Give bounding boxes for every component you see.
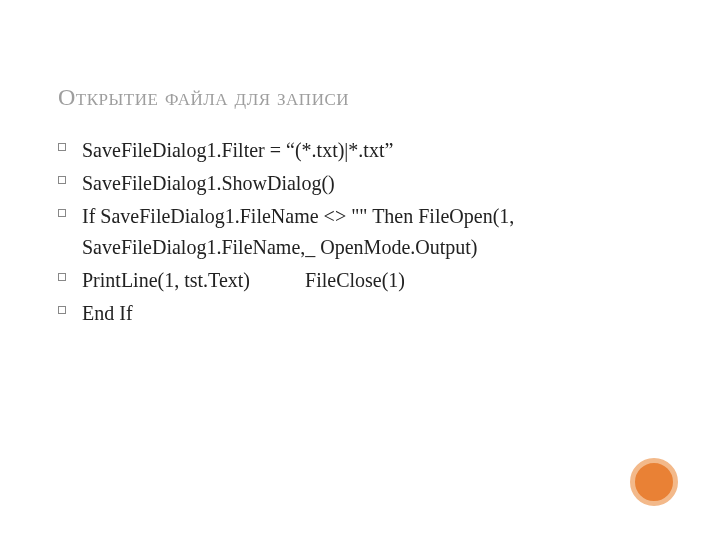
list-item: SaveFileDialog1.Filter = “(*.txt)|*.txt” (58, 135, 662, 166)
bullet-icon (58, 176, 66, 184)
list-item: End If (58, 298, 662, 329)
bullet-icon (58, 273, 66, 281)
list-item-text: If SaveFileDialog1.FileName <> "" Then F… (82, 205, 514, 258)
slide: Открытие файла для записи SaveFileDialog… (0, 0, 720, 540)
list-item: SaveFileDialog1.ShowDialog() (58, 168, 662, 199)
bullet-icon (58, 306, 66, 314)
list-item-text: PrintLine(1, tst.Text) FileClose(1) (82, 269, 405, 291)
slide-title: Открытие файла для записи (58, 84, 662, 111)
list-item-text: SaveFileDialog1.ShowDialog() (82, 172, 335, 194)
bullet-list: SaveFileDialog1.Filter = “(*.txt)|*.txt”… (58, 135, 662, 329)
list-item-text: SaveFileDialog1.Filter = “(*.txt)|*.txt” (82, 139, 393, 161)
list-item-text: End If (82, 302, 133, 324)
bullet-icon (58, 143, 66, 151)
list-item: If SaveFileDialog1.FileName <> "" Then F… (58, 201, 662, 263)
list-item: PrintLine(1, tst.Text) FileClose(1) (58, 265, 662, 296)
bullet-icon (58, 209, 66, 217)
decorative-circle-icon (630, 458, 678, 506)
